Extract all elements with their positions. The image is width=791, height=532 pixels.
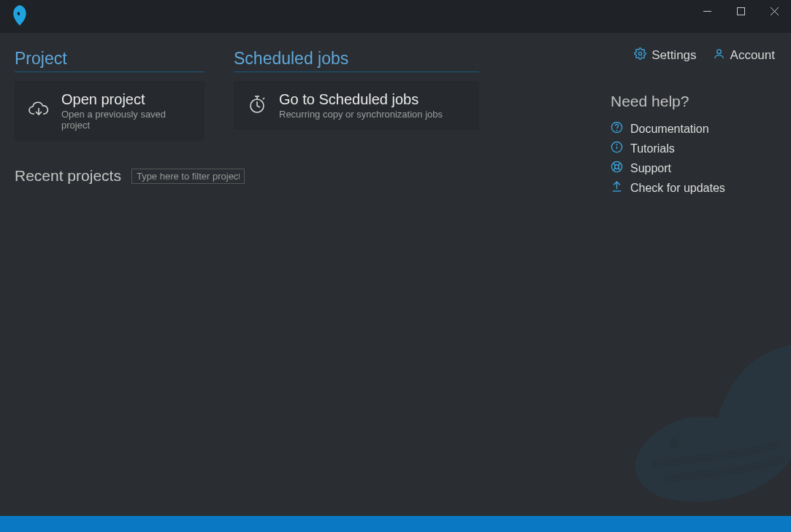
- content-area: Settings Account Project: [0, 33, 791, 516]
- help-link-label: Tutorials: [630, 142, 675, 155]
- project-section-title: Project: [15, 49, 205, 72]
- titlebar: [0, 0, 791, 33]
- upload-icon: [611, 180, 623, 196]
- open-project-subtitle: Open a previously saved project: [61, 109, 191, 131]
- minimize-button[interactable]: [690, 0, 724, 22]
- help-link-label: Support: [630, 162, 671, 175]
- recent-projects-filter-input[interactable]: [131, 169, 245, 184]
- svg-point-7: [616, 144, 617, 145]
- gear-icon: [634, 47, 646, 63]
- help-title: Need help?: [611, 93, 775, 110]
- app-logo-icon: [10, 4, 29, 29]
- check-updates-link[interactable]: Check for updates: [611, 178, 775, 198]
- help-tutorials-link[interactable]: Tutorials: [611, 139, 775, 158]
- scheduled-jobs-subtitle: Recurring copy or synchronization jobs: [279, 109, 443, 120]
- info-icon: [611, 141, 623, 156]
- user-icon: [713, 47, 725, 63]
- lifebuoy-icon: [611, 161, 623, 176]
- settings-label: Settings: [651, 48, 696, 63]
- help-support-link[interactable]: Support: [611, 158, 775, 178]
- help-link-label: Documentation: [630, 123, 709, 136]
- settings-link[interactable]: Settings: [634, 47, 696, 63]
- svg-rect-0: [737, 7, 744, 15]
- cloud-open-icon: [28, 100, 50, 122]
- svg-point-5: [616, 130, 617, 131]
- account-label: Account: [730, 48, 775, 63]
- account-link[interactable]: Account: [713, 47, 775, 63]
- scheduled-jobs-title: Go to Scheduled jobs: [279, 91, 443, 108]
- project-section: Project Open project Open a previously s…: [15, 49, 205, 141]
- recent-projects-title: Recent projects: [15, 167, 121, 185]
- svg-point-2: [717, 50, 721, 54]
- scheduled-jobs-section: Scheduled jobs Go to Scheduled jobs Recu…: [234, 49, 479, 141]
- help-link-label: Check for updates: [630, 182, 725, 195]
- whale-watermark-icon: [601, 316, 791, 509]
- scheduled-jobs-section-title: Scheduled jobs: [234, 49, 479, 72]
- scheduled-jobs-card[interactable]: Go to Scheduled jobs Recurring copy or s…: [234, 81, 479, 130]
- open-project-title: Open project: [61, 91, 191, 108]
- svg-point-9: [615, 165, 619, 169]
- open-project-card[interactable]: Open project Open a previously saved pro…: [15, 81, 205, 141]
- help-documentation-link[interactable]: Documentation: [611, 119, 775, 139]
- question-icon: [611, 121, 623, 136]
- status-bar: [0, 516, 791, 532]
- maximize-button[interactable]: [724, 0, 757, 22]
- close-button[interactable]: [757, 0, 791, 22]
- svg-point-10: [669, 439, 679, 449]
- help-panel: Need help? Documentation Tutorials Suppo…: [611, 93, 775, 198]
- svg-point-1: [639, 52, 642, 55]
- stopwatch-icon: [247, 94, 267, 117]
